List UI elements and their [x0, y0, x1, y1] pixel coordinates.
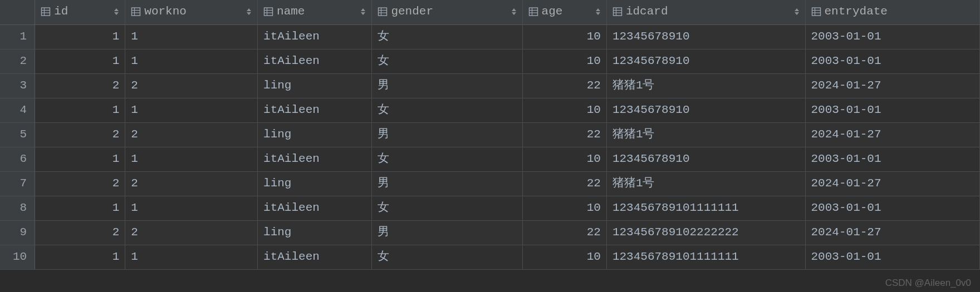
cell-age[interactable]: 10	[522, 196, 606, 220]
table-row[interactable]: 522ling男22猪猪1号2024-01-27	[0, 122, 980, 147]
table-row[interactable]: 1011itAileen女101234567891011111112003-01…	[0, 245, 980, 269]
row-number[interactable]: 7	[0, 171, 35, 196]
cell-name[interactable]: itAileen	[258, 245, 372, 269]
cell-name[interactable]: ling	[258, 220, 372, 245]
cell-id[interactable]: 1	[35, 98, 125, 122]
row-number[interactable]: 1	[0, 24, 35, 49]
cell-age[interactable]: 22	[522, 73, 606, 98]
cell-gender[interactable]: 女	[372, 24, 522, 49]
cell-age[interactable]: 22	[522, 122, 606, 147]
cell-idcard[interactable]: 12345678910	[606, 49, 805, 73]
cell-entrydate[interactable]: 2024-01-27	[805, 122, 979, 147]
row-number[interactable]: 4	[0, 98, 35, 122]
table-row[interactable]: 211itAileen女10123456789102003-01-01	[0, 49, 980, 73]
cell-gender[interactable]: 女	[372, 147, 522, 171]
cell-idcard[interactable]: 12345678910	[606, 147, 805, 171]
cell-entrydate[interactable]: 2024-01-27	[805, 73, 979, 98]
table-row[interactable]: 922ling男221234567891022222222024-01-27	[0, 220, 980, 245]
table-row[interactable]: 722ling男22猪猪1号2024-01-27	[0, 171, 980, 196]
cell-idcard[interactable]: 猪猪1号	[606, 122, 805, 147]
cell-entrydate[interactable]: 2003-01-01	[805, 49, 979, 73]
cell-id[interactable]: 2	[35, 220, 125, 245]
cell-entrydate[interactable]: 2003-01-01	[805, 24, 979, 49]
cell-name[interactable]: itAileen	[258, 196, 372, 220]
cell-id[interactable]: 2	[35, 73, 125, 98]
header-workno[interactable]: workno	[125, 0, 258, 24]
cell-idcard[interactable]: 猪猪1号	[606, 171, 805, 196]
cell-name[interactable]: ling	[258, 171, 372, 196]
table-row[interactable]: 811itAileen女101234567891011111112003-01-…	[0, 196, 980, 220]
cell-name[interactable]: ling	[258, 122, 372, 147]
sort-icon[interactable]	[595, 8, 601, 16]
row-number[interactable]: 3	[0, 73, 35, 98]
cell-gender[interactable]: 男	[372, 171, 522, 196]
cell-id[interactable]: 2	[35, 122, 125, 147]
row-number[interactable]: 5	[0, 122, 35, 147]
cell-id[interactable]: 1	[35, 245, 125, 269]
cell-workno[interactable]: 1	[125, 49, 258, 73]
cell-gender[interactable]: 男	[372, 220, 522, 245]
cell-gender[interactable]: 男	[372, 122, 522, 147]
cell-workno[interactable]: 1	[125, 98, 258, 122]
cell-id[interactable]: 1	[35, 196, 125, 220]
table-row[interactable]: 411itAileen女10123456789102003-01-01	[0, 98, 980, 122]
cell-entrydate[interactable]: 2003-01-01	[805, 196, 979, 220]
cell-idcard[interactable]: 12345678910	[606, 24, 805, 49]
cell-workno[interactable]: 2	[125, 73, 258, 98]
cell-age[interactable]: 10	[522, 49, 606, 73]
cell-workno[interactable]: 1	[125, 147, 258, 171]
sort-icon[interactable]	[794, 8, 800, 16]
cell-entrydate[interactable]: 2003-01-01	[805, 245, 979, 269]
header-entrydate[interactable]: entrydate	[805, 0, 979, 24]
header-id[interactable]: id	[35, 0, 125, 24]
cell-age[interactable]: 22	[522, 220, 606, 245]
row-number[interactable]: 8	[0, 196, 35, 220]
cell-entrydate[interactable]: 2003-01-01	[805, 147, 979, 171]
sort-icon[interactable]	[511, 8, 517, 16]
sort-icon[interactable]	[246, 8, 252, 16]
cell-name[interactable]: itAileen	[258, 24, 372, 49]
row-number[interactable]: 9	[0, 220, 35, 245]
sort-icon[interactable]	[360, 8, 366, 16]
cell-workno[interactable]: 1	[125, 196, 258, 220]
cell-id[interactable]: 1	[35, 147, 125, 171]
cell-name[interactable]: itAileen	[258, 147, 372, 171]
cell-entrydate[interactable]: 2024-01-27	[805, 220, 979, 245]
cell-name[interactable]: itAileen	[258, 49, 372, 73]
header-idcard[interactable]: idcard	[606, 0, 805, 24]
cell-gender[interactable]: 男	[372, 73, 522, 98]
table-row[interactable]: 611itAileen女10123456789102003-01-01	[0, 147, 980, 171]
cell-workno[interactable]: 2	[125, 122, 258, 147]
cell-age[interactable]: 10	[522, 245, 606, 269]
cell-gender[interactable]: 女	[372, 98, 522, 122]
cell-gender[interactable]: 女	[372, 196, 522, 220]
cell-gender[interactable]: 女	[372, 245, 522, 269]
cell-id[interactable]: 1	[35, 24, 125, 49]
cell-idcard[interactable]: 123456789102222222	[606, 220, 805, 245]
cell-workno[interactable]: 2	[125, 220, 258, 245]
row-number[interactable]: 6	[0, 147, 35, 171]
row-number[interactable]: 2	[0, 49, 35, 73]
header-gender[interactable]: gender	[372, 0, 522, 24]
cell-entrydate[interactable]: 2024-01-27	[805, 171, 979, 196]
cell-id[interactable]: 1	[35, 49, 125, 73]
row-number[interactable]: 10	[0, 245, 35, 269]
cell-name[interactable]: itAileen	[258, 98, 372, 122]
cell-age[interactable]: 10	[522, 147, 606, 171]
table-row[interactable]: 111itAileen女10123456789102003-01-01	[0, 24, 980, 49]
cell-age[interactable]: 22	[522, 171, 606, 196]
cell-entrydate[interactable]: 2003-01-01	[805, 98, 979, 122]
cell-idcard[interactable]: 12345678910	[606, 98, 805, 122]
header-age[interactable]: age	[522, 0, 606, 24]
cell-idcard[interactable]: 123456789101111111	[606, 196, 805, 220]
cell-age[interactable]: 10	[522, 24, 606, 49]
cell-name[interactable]: ling	[258, 73, 372, 98]
table-row[interactable]: 322ling男22猪猪1号2024-01-27	[0, 73, 980, 98]
cell-workno[interactable]: 1	[125, 24, 258, 49]
header-name[interactable]: name	[258, 0, 372, 24]
cell-workno[interactable]: 1	[125, 245, 258, 269]
cell-age[interactable]: 10	[522, 98, 606, 122]
cell-idcard[interactable]: 猪猪1号	[606, 73, 805, 98]
cell-id[interactable]: 2	[35, 171, 125, 196]
sort-icon[interactable]	[114, 8, 119, 16]
